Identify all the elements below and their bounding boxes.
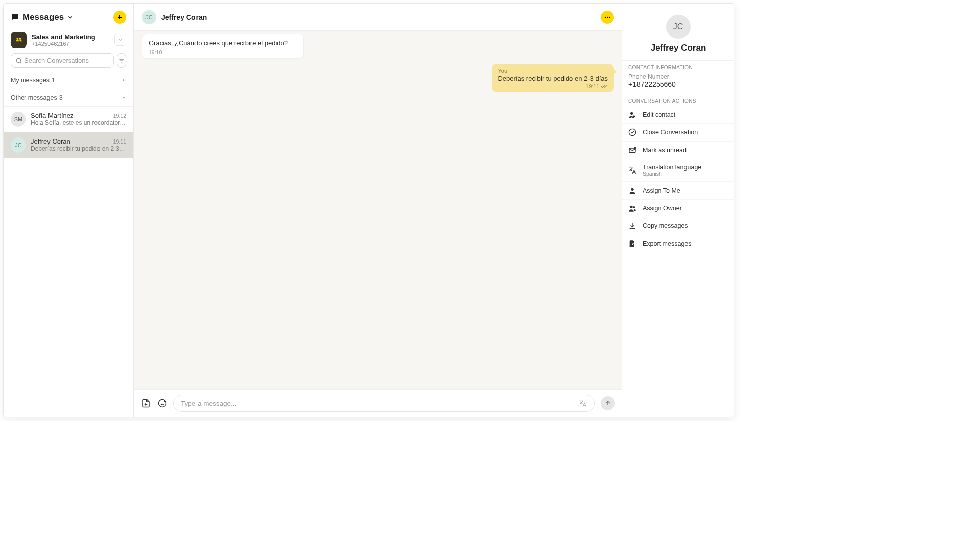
action-label: Close Conversation [643, 129, 698, 136]
compose-button[interactable] [113, 11, 126, 24]
action-label: Edit contact [643, 111, 675, 118]
sidebar-title: Messages [23, 12, 64, 22]
svg-point-26 [631, 188, 633, 191]
sidebar: Messages Sales and Marketing +1425946216… [4, 4, 134, 417]
copy-messages-action[interactable]: Copy messages [622, 217, 734, 235]
close-conversation-action[interactable]: Close Conversation [622, 123, 734, 141]
svg-marker-9 [123, 79, 124, 82]
svg-point-11 [605, 16, 606, 17]
users-icon [628, 204, 636, 212]
message-time: 19:11 [586, 83, 599, 89]
emoji-icon [158, 399, 167, 408]
svg-marker-10 [122, 97, 125, 98]
messages-title-wrap[interactable]: Messages [11, 12, 109, 22]
messages-area: Gracias, ¿Cuándo crees que recibiré el p… [134, 31, 622, 389]
send-button[interactable] [601, 396, 615, 410]
other-messages-count: 3 [59, 94, 63, 101]
main-panel: JC Jeffrey Coran Gracias, ¿Cuándo crees … [134, 4, 622, 417]
conversation-name: Jeffrey Coran [31, 137, 113, 145]
conversation-header: JC Jeffrey Coran [134, 4, 622, 31]
app-shell: Messages Sales and Marketing +1425946216… [3, 3, 734, 417]
composer [134, 389, 622, 417]
message-input[interactable] [181, 400, 575, 407]
svg-point-12 [607, 16, 608, 17]
conversation-item-sofia[interactable]: SM Sofía Martínez 19:12 Hola Sofía, este… [4, 106, 133, 132]
more-button[interactable] [601, 11, 614, 24]
action-label: Assign To Me [643, 187, 680, 194]
details-name: Jeffrey Coran [622, 43, 734, 53]
mark-unread-action[interactable]: Mark as unread [622, 141, 734, 159]
message-time: 19:10 [149, 49, 297, 55]
download-icon [628, 222, 636, 230]
account-caret[interactable] [114, 34, 126, 46]
action-label-wrap: Translation language Spanish [643, 164, 701, 177]
user-icon [628, 187, 636, 195]
account-text: Sales and Marketing +14259462167 [32, 33, 109, 47]
other-messages-section[interactable]: Other messages 3 [4, 89, 133, 106]
message-input-wrap[interactable] [173, 395, 595, 412]
chevron-down-icon [117, 37, 123, 43]
svg-point-28 [633, 206, 635, 208]
conversation-preview: Hola Sofía, este es un recordatorio rá..… [31, 119, 126, 126]
phone-label: Phone Number [622, 72, 734, 80]
search-box[interactable] [11, 53, 114, 68]
caret-down-icon [121, 95, 126, 100]
assign-to-me-action[interactable]: Assign To Me [622, 181, 734, 199]
export-messages-action[interactable]: Export messages [622, 235, 734, 252]
edit-contact-action[interactable]: Edit contact [622, 106, 734, 123]
account-avatar-icon [11, 32, 27, 48]
conversation-actions-label: CONVERSATION ACTIONS [622, 94, 734, 106]
action-label: Export messages [643, 240, 692, 247]
arrow-up-icon [604, 400, 611, 407]
translation-language-action[interactable]: Translation language Spanish [622, 159, 734, 181]
svg-point-13 [609, 16, 610, 17]
plus-icon [116, 14, 123, 21]
header-avatar: JC [142, 10, 156, 24]
svg-point-23 [629, 129, 635, 135]
more-horizontal-icon [604, 14, 611, 21]
action-sublabel: Spanish [643, 171, 701, 177]
conversation-body: Jeffrey Coran 19:11 Deberías recibir tu … [31, 137, 126, 153]
details-panel: JC Jeffrey Coran CONTACT INFORMATION Pho… [622, 4, 734, 417]
message-sender: You [498, 68, 608, 74]
my-messages-count: 1 [52, 77, 55, 84]
action-label: Translation language [643, 164, 701, 171]
filter-button[interactable] [117, 53, 126, 68]
conversation-preview: Deberías recibir tu pedido en 2-3 días [31, 145, 126, 152]
conversation-time: 19:12 [113, 113, 126, 119]
outgoing-message: You Deberías recibir tu pedido en 2-3 dí… [492, 64, 614, 92]
avatar: SM [11, 112, 26, 127]
conversation-time: 19:11 [113, 138, 126, 145]
translate-icon [628, 166, 636, 174]
sidebar-header: Messages [4, 4, 133, 29]
assign-owner-action[interactable]: Assign Owner [622, 199, 734, 217]
conversation-body: Sofía Martínez 19:12 Hola Sofía, este es… [31, 112, 126, 127]
translate-icon[interactable] [579, 399, 587, 407]
svg-point-2 [16, 38, 18, 40]
action-label: Assign Owner [643, 205, 682, 212]
my-messages-section[interactable]: My messages 1 [4, 72, 133, 89]
account-selector[interactable]: Sales and Marketing +14259462167 [4, 29, 133, 53]
account-name: Sales and Marketing [32, 33, 109, 41]
svg-point-25 [634, 147, 636, 149]
message-text: Deberías recibir tu pedido en 2-3 días [498, 75, 608, 82]
other-messages-label: Other messages [11, 94, 57, 101]
caret-right-icon [121, 78, 126, 83]
avatar: JC [11, 137, 26, 153]
chevron-down-icon [67, 14, 74, 21]
account-number: +14259462167 [32, 41, 109, 47]
filter-icon [118, 57, 125, 64]
action-label: Mark as unread [643, 147, 687, 154]
conversation-name: Sofía Martínez [31, 112, 113, 119]
search-row [4, 53, 133, 72]
attach-file-button[interactable] [141, 398, 151, 408]
search-input[interactable] [24, 57, 109, 64]
svg-point-22 [630, 112, 633, 115]
message-time-row: 19:11 [498, 83, 608, 89]
contact-info-label: CONTACT INFORMATION [622, 60, 734, 72]
conversation-item-jeffrey[interactable]: JC Jeffrey Coran 19:11 Deberías recibir … [4, 132, 133, 158]
mail-unread-icon [628, 146, 636, 154]
check-circle-icon [628, 128, 636, 136]
emoji-button[interactable] [157, 398, 167, 408]
double-check-icon [601, 84, 608, 89]
